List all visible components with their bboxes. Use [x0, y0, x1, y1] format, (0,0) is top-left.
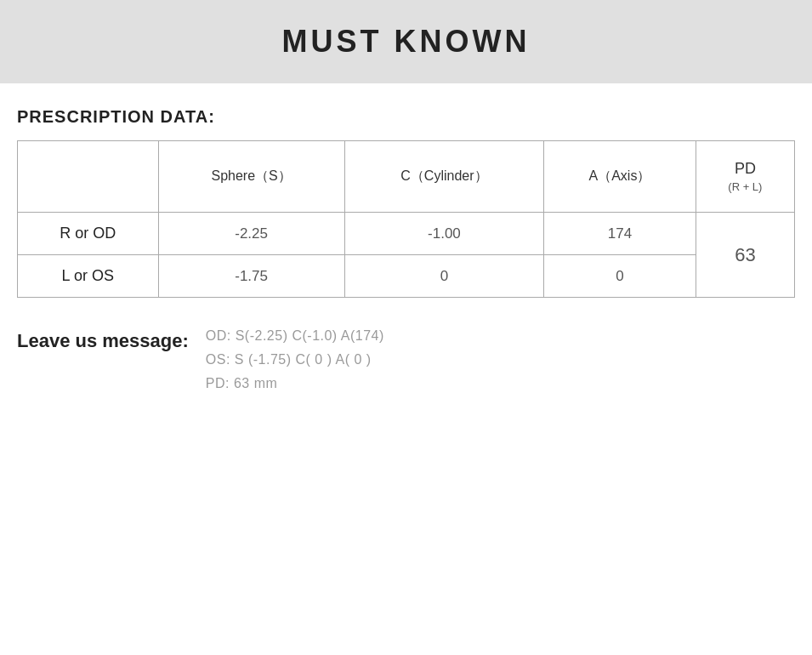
message-lines: OD: S(-2.25) C(-1.0) A(174) OS: S (-1.75…: [206, 328, 384, 391]
row-label-od: R or OD: [18, 213, 159, 255]
col-header-eye: [18, 141, 159, 213]
prescription-table: Sphere（S） C（Cylinder） A（Axis） PD (R + L)…: [17, 140, 795, 298]
pd-value: 63: [696, 213, 794, 298]
col-header-pd: PD (R + L): [696, 141, 794, 213]
message-line-pd: PD: 63 mm: [206, 376, 384, 391]
message-line-od: OD: S(-2.25) C(-1.0) A(174): [206, 328, 384, 344]
page-title: MUST KNOWN: [282, 24, 531, 59]
row-label-os: L or OS: [18, 255, 159, 298]
leave-message-label: Leave us message:: [17, 328, 189, 352]
od-axis: 174: [544, 213, 696, 255]
section-title: PRESCRIPTION DATA:: [17, 107, 795, 127]
os-sphere: -1.75: [158, 255, 344, 298]
header-banner: MUST KNOWN: [0, 0, 812, 83]
od-cylinder: -1.00: [344, 213, 543, 255]
col-header-cylinder: C（Cylinder）: [344, 141, 543, 213]
table-row-os: L or OS -1.75 0 0: [18, 255, 795, 298]
os-axis: 0: [544, 255, 696, 298]
col-header-axis: A（Axis）: [544, 141, 696, 213]
col-header-sphere: Sphere（S）: [158, 141, 344, 213]
os-cylinder: 0: [344, 255, 543, 298]
main-content: PRESCRIPTION DATA: Sphere（S） C（Cylinder）…: [0, 107, 812, 417]
message-line-os: OS: S (-1.75) C( 0 ) A( 0 ): [206, 352, 384, 367]
leave-message-section: Leave us message: OD: S(-2.25) C(-1.0) A…: [17, 328, 795, 391]
table-row-od: R or OD -2.25 -1.00 174 63: [18, 213, 795, 255]
od-sphere: -2.25: [158, 213, 344, 255]
